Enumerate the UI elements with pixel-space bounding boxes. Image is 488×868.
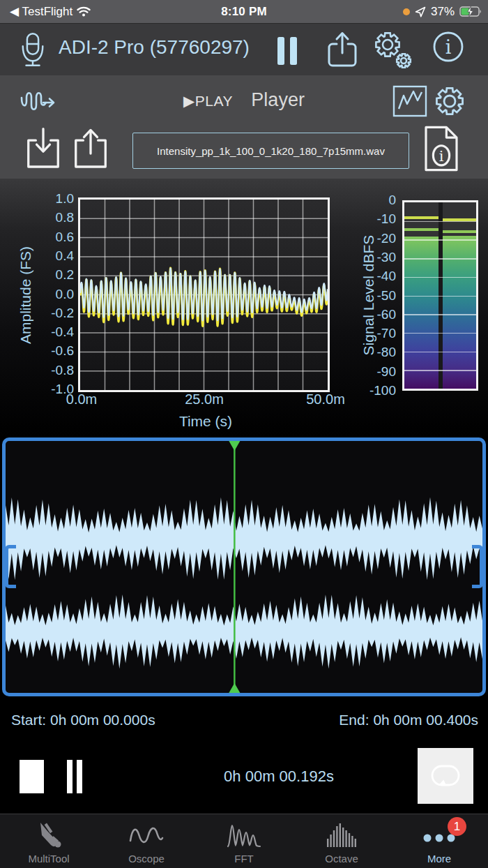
meter-tick: -50 — [347, 288, 396, 304]
filename-field[interactable]: Intensity_pp_1k_100_0_1k20_180_7p15mm.wa… — [132, 133, 409, 169]
meter-tick: -40 — [347, 269, 396, 284]
level-meter — [402, 200, 478, 391]
player-settings-gear-icon[interactable] — [432, 84, 467, 119]
selection-end: End: 0h 00m 00.400s — [339, 712, 478, 728]
end-value: 0h 00m 00.400s — [373, 712, 478, 728]
import-file-icon[interactable] — [25, 127, 61, 170]
scope-ytick: -0.8 — [31, 363, 74, 378]
status-bar: ◀ TestFlight 8:10 PM 37% — [0, 0, 488, 23]
tab-label: MultiTool — [28, 853, 69, 865]
selection-handle-right[interactable] — [472, 545, 483, 588]
file-info-icon[interactable]: i — [422, 126, 460, 172]
pause-button-bar[interactable] — [77, 760, 82, 793]
selection-handle-left[interactable] — [5, 545, 16, 588]
meter-tick: -30 — [347, 250, 396, 265]
player-title: Player — [251, 89, 305, 110]
scope-ytick: 0.2 — [31, 267, 74, 283]
meter-tick: -20 — [347, 231, 396, 246]
app-header: ADI-2 Pro (57760297) i — [0, 24, 488, 75]
filename-text: Intensity_pp_1k_100_0_1k20_180_7p15mm.wa… — [157, 145, 385, 157]
scope-ytick: 0.8 — [31, 210, 74, 225]
status-right-cluster: 37% — [403, 0, 482, 23]
meter-tick: -70 — [347, 326, 396, 341]
scope-xtick: 0.0m — [66, 391, 97, 407]
share-icon[interactable] — [326, 31, 358, 68]
start-label: Start: — [11, 712, 46, 728]
play-mode-label: ▶PLAY — [183, 93, 233, 109]
scope-xtick: 25.0m — [185, 391, 224, 407]
loop-button[interactable] — [418, 748, 473, 804]
info-icon[interactable]: i — [432, 31, 464, 63]
microphone-icon[interactable] — [20, 31, 46, 70]
chart-view-icon[interactable] — [392, 85, 427, 117]
scope-ytick: 1.0 — [31, 191, 74, 207]
svg-text:i: i — [439, 148, 444, 165]
tab-fft[interactable]: FFT — [195, 814, 293, 868]
pause-icon[interactable] — [276, 36, 298, 66]
tab-oscope[interactable]: Oscope — [98, 814, 195, 868]
player-panel: ▶PLAY Player — [0, 75, 488, 179]
meter-tick: -90 — [347, 364, 396, 380]
meter-tick: -60 — [347, 307, 396, 322]
loop-icon — [429, 760, 462, 792]
playback-position: 0h 00m 00.192s — [202, 768, 356, 786]
fft-icon — [227, 821, 261, 851]
scope-ytick: -0.2 — [31, 306, 74, 321]
meter-tick: -80 — [347, 345, 396, 360]
mic-in-use-indicator — [403, 8, 410, 15]
pause-button-bar[interactable] — [67, 760, 73, 793]
waveform-display[interactable] — [6, 441, 482, 693]
scope-ytick: 0.4 — [31, 248, 74, 264]
meter-tick: -100 — [347, 383, 396, 398]
oscope-icon — [129, 821, 164, 851]
notification-badge: 1 — [448, 817, 466, 836]
meter-tick: 0 — [347, 193, 396, 208]
selection-start: Start: 0h 00m 00.000s — [11, 712, 155, 728]
location-arrow-icon — [415, 6, 426, 17]
scope-x-axis-title: Time (s) — [125, 413, 286, 430]
scope-ytick: 0.6 — [31, 230, 74, 245]
start-value: 0h 00m 00.000s — [50, 712, 155, 728]
svg-text:i: i — [445, 36, 452, 58]
export-file-icon[interactable] — [73, 127, 109, 170]
waveform-editor[interactable] — [2, 437, 486, 696]
tab-multitool[interactable]: MultiTool — [0, 814, 98, 868]
scope-section: Amplitude (FS) 1.00.80.60.40.20.0-0.2-0.… — [0, 179, 488, 436]
meter-tick: -10 — [347, 211, 396, 227]
tab-label: More — [427, 853, 451, 865]
tab-octave[interactable]: Octave — [293, 814, 390, 868]
scope-ytick: -0.6 — [31, 343, 74, 359]
battery-percent: 37% — [431, 5, 455, 19]
tab-bar: MultiTool Oscope FFT Octave 1 More — [0, 814, 488, 868]
scope-xtick: 50.0m — [306, 391, 345, 407]
scope-ytick: -0.4 — [31, 324, 74, 340]
battery-charging-icon — [459, 6, 482, 17]
tab-label: Octave — [325, 853, 358, 865]
oscilloscope-plot[interactable] — [78, 197, 330, 392]
multitool-icon — [32, 821, 66, 851]
end-label: End: — [339, 712, 369, 728]
tab-label: FFT — [234, 853, 254, 865]
settings-gears-icon[interactable] — [372, 29, 415, 71]
scope-ytick: 0.0 — [31, 287, 74, 302]
stop-button[interactable] — [20, 760, 44, 793]
device-title: ADI-2 Pro (57760297) — [59, 36, 250, 59]
tab-more[interactable]: 1 More — [390, 814, 488, 868]
app-root: ◀ TestFlight 8:10 PM 37% — [0, 0, 488, 868]
tab-label: Oscope — [128, 853, 165, 865]
octave-icon — [324, 821, 359, 851]
